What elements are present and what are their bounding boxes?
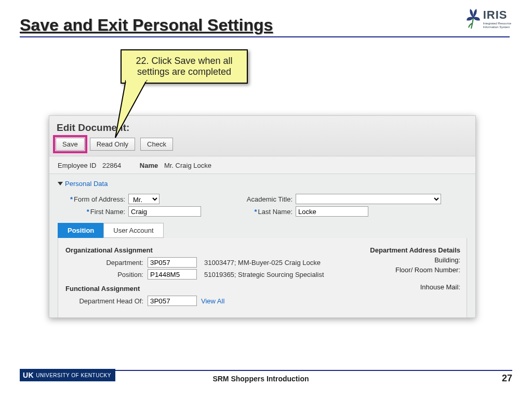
header-rule [20, 36, 510, 37]
save-button[interactable]: Save [56, 138, 85, 151]
svg-marker-0 [115, 81, 147, 138]
iris-name: IRIS [483, 8, 511, 22]
tab-pane-position: Organizational Assignment Department: 31… [58, 238, 467, 318]
last-name-label: Last Name: [258, 208, 292, 216]
last-name-input[interactable] [296, 206, 368, 217]
employee-info-bar: Employee ID 22864 Name Mr. Craig Locke [49, 156, 475, 174]
application-screenshot: Edit Document: Save Read Only Check Empl… [49, 115, 476, 318]
tab-user-account[interactable]: User Account [103, 223, 163, 238]
iris-logo: IRIS Integrated Resource Information Sys… [466, 8, 511, 30]
position-input[interactable] [148, 269, 197, 280]
academic-title-select[interactable] [296, 194, 441, 204]
slide-footer: UK UNIVERSITY OF KENTUCKY SRM Shoppers I… [20, 370, 512, 383]
dept-head-input[interactable] [148, 296, 197, 306]
page-number: 27 [502, 373, 512, 384]
slide-title: Save and Exit Personal Settings [20, 16, 273, 35]
position-label: Position: [65, 271, 143, 278]
department-label: Department: [65, 259, 143, 267]
tab-position[interactable]: Position [58, 223, 104, 238]
position-desc: 51019365; Strategic Sourcing Specialist [204, 271, 324, 278]
instruction-callout: 22. Click Save when all settings are com… [121, 49, 248, 84]
form-of-address-label: Form of Address: [74, 195, 125, 203]
building-label: Building: [370, 256, 460, 264]
academic-title-label: Academic Title: [247, 195, 292, 203]
employee-name-value: Mr. Craig Locke [164, 162, 211, 169]
iris-sub1: Integrated Resource [483, 22, 511, 25]
department-desc: 31003477; MM-Buyer-025 Craig Locke [204, 259, 321, 267]
employee-id-value: 22864 [102, 162, 121, 169]
first-name-input[interactable] [128, 206, 201, 217]
dept-address-heading: Department Address Details [370, 246, 460, 254]
iris-sub2: Information System [483, 25, 511, 29]
check-button[interactable]: Check [140, 138, 173, 151]
first-name-label: First Name: [90, 208, 125, 216]
read-only-button[interactable]: Read Only [90, 138, 135, 151]
personal-data-link: Personal Data [65, 180, 108, 188]
personal-data-section-toggle[interactable]: Personal Data [58, 180, 108, 188]
uk-mark: UK [23, 371, 34, 379]
dept-head-label: Department Head Of: [65, 297, 143, 305]
employee-name-label: Name [140, 162, 158, 169]
uk-label: UNIVERSITY OF KENTUCKY [36, 373, 111, 378]
inhouse-mail-label: Inhouse Mail: [370, 283, 460, 291]
department-input[interactable] [148, 257, 197, 268]
uk-logo: UK UNIVERSITY OF KENTUCKY [20, 369, 115, 381]
chevron-down-icon [58, 182, 63, 185]
view-all-link[interactable]: View All [201, 297, 224, 305]
employee-id-label: Employee ID [58, 162, 96, 169]
iris-flower-icon [466, 8, 481, 30]
floor-label: Floor/ Room Number: [370, 266, 460, 274]
callout-arrow-icon [115, 76, 162, 139]
form-of-address-select[interactable]: Mr. [128, 194, 159, 204]
